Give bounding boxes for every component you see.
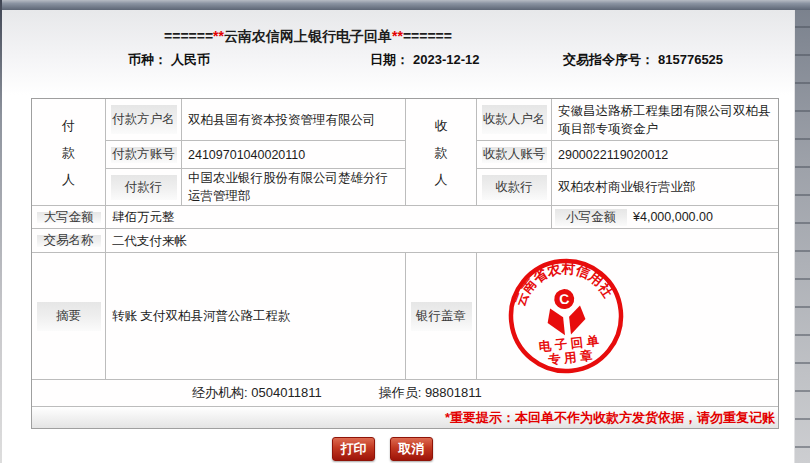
payer-bank-label-cell: 付款行	[106, 169, 182, 206]
payer-bank-value: 中国农业银行股份有限公司楚雄分行运营管理部	[182, 169, 405, 205]
bank-seal-stamp-icon: 云南省农村信用社 C 电 子 回 单 专 用 章	[499, 249, 633, 383]
currency-value: 人民币	[171, 52, 210, 67]
payee-bank-label-cell: 收款行	[477, 169, 552, 206]
seal-emblem-letter: C	[558, 291, 570, 308]
payer-account-value: 24109701040020110	[182, 146, 311, 164]
window-left-edge	[0, 0, 2, 463]
payer-name-value-cell: 双柏县国有资本投资管理有限公司	[182, 99, 406, 141]
operator-info-row: 经办机构: 0504011811 操作员: 98801811	[32, 380, 778, 407]
amount-words-value-cell: 肆佰万元整	[106, 206, 552, 229]
payee-bank-value: 双柏农村商业银行营业部	[552, 178, 702, 196]
payer-bank-value-cell: 中国农业银行股份有限公司楚雄分行运营管理部	[182, 169, 406, 206]
right-scrollbar[interactable]	[794, 0, 810, 463]
cancel-button[interactable]: 取消	[390, 437, 433, 461]
amount-words-label: 大写金额	[37, 212, 101, 223]
payer-name-value: 双柏县国有资本投资管理有限公司	[182, 111, 382, 129]
amount-figures-cell: 小写金额 ¥4,000,000.00	[552, 206, 778, 229]
payer-name-label-cell: 付款方户名	[106, 99, 182, 141]
window-top-bar	[0, 0, 810, 10]
payee-account-value-cell: 2900022119020012	[552, 141, 778, 169]
transaction-name-value: 二代支付来帐	[106, 232, 193, 250]
payer-account-value-cell: 24109701040020110	[182, 141, 406, 169]
payee-side-cell: 收款人	[406, 99, 477, 206]
payee-name-value-cell: 安徽昌达路桥工程集团有限公司双柏县项目部专项资金户	[552, 99, 778, 141]
transaction-serial-value: 815776525	[658, 52, 723, 67]
date-field: 日期：2023-12-12	[370, 51, 480, 69]
summary-label: 摘要	[37, 302, 101, 331]
summary-label-cell: 摘要	[32, 253, 106, 380]
payer-account-label: 付款方账号	[111, 147, 177, 163]
transaction-serial-label: 交易指令序号：	[563, 52, 654, 67]
amount-words-label-cell: 大写金额	[32, 206, 106, 229]
amount-figures-label: 小写金额	[555, 209, 627, 226]
payee-name-value: 安徽昌达路桥工程集团有限公司双柏县项目部专项资金户	[552, 102, 778, 138]
title-eq-right: ======	[403, 28, 452, 44]
payee-account-label-cell: 收款人账号	[477, 141, 552, 169]
amount-figures-value: ¥4,000,000.00	[629, 208, 717, 226]
rural-credit-emblem-icon: C	[544, 287, 587, 337]
title-text: 云南农信网上银行电子回单	[224, 28, 392, 44]
payer-name-label: 付款方户名	[111, 105, 177, 134]
agency-value: 0504011811	[251, 385, 321, 400]
transaction-serial-field: 交易指令序号：815776525	[563, 51, 723, 69]
transaction-name-label: 交易名称	[37, 235, 101, 247]
operator-field: 操作员: 98801811	[379, 384, 482, 402]
operator-label: 操作员:	[379, 385, 422, 400]
bank-seal-label: 银行盖章	[411, 302, 472, 331]
title-eq-left: ======	[164, 28, 213, 44]
bank-seal-label-cell: 银行盖章	[406, 253, 477, 380]
date-label: 日期：	[370, 52, 409, 67]
summary-value: 转账 支付双柏县河普公路工程款	[106, 307, 296, 325]
payee-bank-label: 收款行	[482, 175, 547, 200]
transaction-name-value-cell: 二代支付来帐	[106, 229, 778, 253]
currency-label: 币种：	[128, 52, 167, 67]
payee-name-label-cell: 收款人户名	[477, 99, 552, 141]
payer-account-label-cell: 付款方账号	[106, 141, 182, 169]
important-warning-text: *重要提示：本回单不作为收款方发货依据，请勿重复记账	[445, 409, 775, 427]
payer-side-label: 付款人	[61, 112, 76, 193]
operator-value: 98801811	[425, 385, 482, 400]
receipt-title: ======**云南农信网上银行电子回单**======	[0, 28, 616, 46]
currency-field: 币种：人民币	[128, 51, 210, 69]
summary-value-cell: 转账 支付双柏县河普公路工程款	[106, 253, 406, 380]
payee-account-value: 2900022119020012	[552, 146, 674, 164]
title-stars-left: **	[213, 28, 224, 44]
date-value: 2023-12-12	[413, 52, 480, 67]
important-warning-row: *重要提示：本回单不作为收款方发货依据，请勿重复记账	[32, 407, 778, 428]
agency-field: 经办机构: 0504011811	[192, 384, 322, 402]
transaction-name-label-cell: 交易名称	[32, 229, 106, 253]
receipt-table: 付款人 付款方户名 双柏县国有资本投资管理有限公司 收款人 收款人户名 安徽昌达…	[31, 98, 779, 429]
payee-side-label: 收款人	[434, 112, 449, 193]
agency-label: 经办机构:	[192, 385, 248, 400]
title-stars-right: **	[392, 28, 403, 44]
payer-side-cell: 付款人	[32, 99, 106, 206]
payee-name-label: 收款人户名	[482, 105, 547, 134]
payee-bank-value-cell: 双柏农村商业银行营业部	[552, 169, 778, 206]
payer-bank-label: 付款行	[111, 175, 177, 200]
bank-seal-area: 云南省农村信用社 C 电 子 回 单 专 用 章	[477, 253, 778, 380]
amount-words-value: 肆佰万元整	[106, 208, 181, 226]
payee-account-label: 收款人账号	[482, 147, 547, 163]
print-button[interactable]: 打印	[332, 437, 375, 461]
